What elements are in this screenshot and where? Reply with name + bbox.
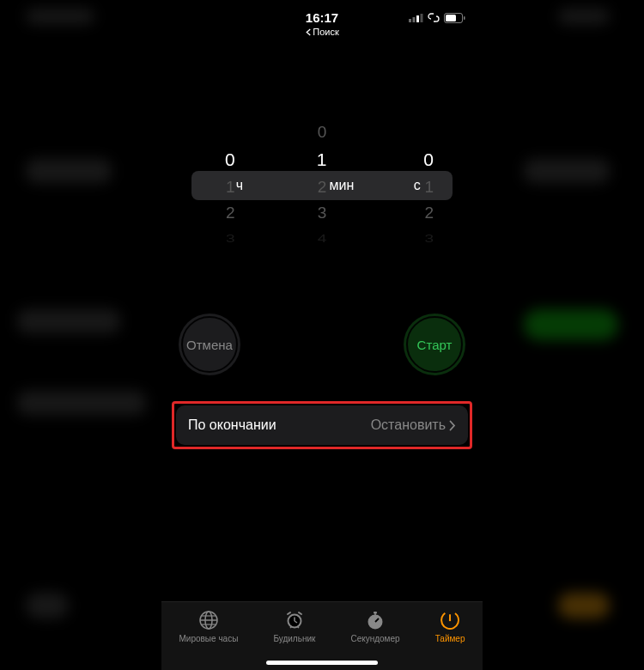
svg-line-19 <box>297 627 299 629</box>
picker-seconds-column[interactable]: с - 0 1 2 3 <box>368 119 459 252</box>
battery-icon <box>444 13 465 23</box>
status-bar: 16:17 Поиск <box>161 0 483 25</box>
globe-icon <box>197 609 220 631</box>
when-timer-ends-value: Остановить <box>371 417 446 433</box>
svg-rect-0 <box>409 19 411 22</box>
time-picker[interactable]: ч - 0 1 2 3 мин 0 1 2 3 4 <box>161 119 483 252</box>
svg-point-26 <box>449 619 451 621</box>
back-caret-icon <box>305 28 311 36</box>
svg-rect-3 <box>421 14 423 22</box>
link-icon <box>428 10 440 25</box>
home-indicator[interactable] <box>266 661 378 665</box>
picker-seconds-unit: с <box>414 178 421 193</box>
tab-stopwatch[interactable]: Секундомер <box>350 609 399 643</box>
alarm-clock-icon <box>283 609 306 631</box>
when-timer-ends-row[interactable]: По окончании Остановить <box>176 405 468 445</box>
cancel-button[interactable]: Отмена <box>179 314 240 375</box>
tab-bar: Мировые часы Будильник Секундомер Таймер <box>161 601 483 670</box>
picker-hours-unit: ч <box>236 178 243 193</box>
tab-timer-label: Таймер <box>435 634 465 643</box>
tab-alarm-label: Будильник <box>273 634 315 643</box>
svg-rect-1 <box>413 17 416 22</box>
highlight-annotation: По окончании Остановить <box>172 401 472 449</box>
stopwatch-icon <box>364 609 386 631</box>
svg-rect-5 <box>446 15 456 21</box>
timer-icon <box>439 609 461 631</box>
tab-timer[interactable]: Таймер <box>435 609 465 643</box>
svg-line-17 <box>299 612 301 614</box>
picker-minutes-column[interactable]: мин 0 1 2 3 4 <box>276 119 368 252</box>
picker-minutes-value: 1 <box>276 145 327 174</box>
picker-hours-value: 0 <box>185 145 235 174</box>
tab-alarm[interactable]: Будильник <box>273 609 315 643</box>
picker-minutes-unit: мин <box>330 178 355 193</box>
tab-world-clock-label: Мировые часы <box>179 634 239 643</box>
svg-rect-2 <box>416 15 419 22</box>
svg-line-18 <box>290 627 292 629</box>
chevron-right-icon <box>449 420 456 431</box>
picker-seconds-value: 0 <box>368 145 434 174</box>
status-time: 16:17 <box>305 10 338 25</box>
picker-hours-column[interactable]: ч - 0 1 2 3 <box>185 119 276 252</box>
cellular-signal-icon <box>409 13 423 22</box>
start-button[interactable]: Старт <box>404 314 465 375</box>
tab-world-clock[interactable]: Мировые часы <box>179 609 239 643</box>
breadcrumb-back[interactable]: Поиск <box>305 27 338 37</box>
svg-rect-6 <box>464 16 465 20</box>
when-timer-ends-label: По окончании <box>188 417 276 433</box>
tab-stopwatch-label: Секундомер <box>350 634 399 643</box>
svg-line-16 <box>288 612 290 614</box>
phone-screen: 16:17 Поиск ч - <box>161 0 483 670</box>
